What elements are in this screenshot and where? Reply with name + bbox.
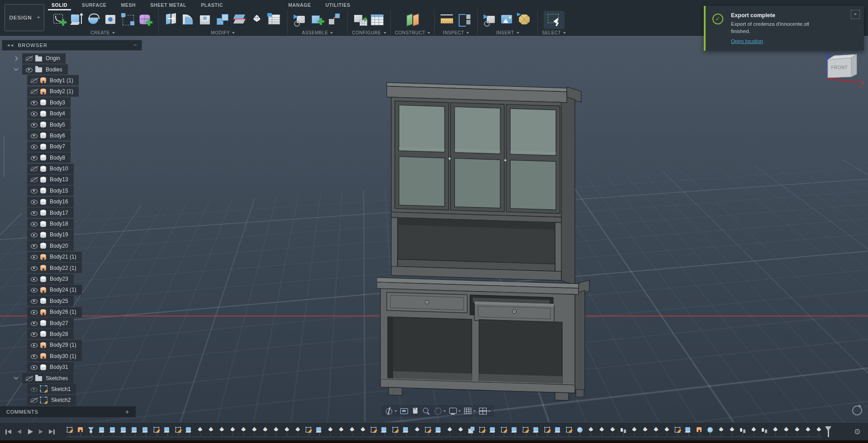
timeline-feature-move[interactable] xyxy=(783,426,790,436)
timeline-feature-move[interactable] xyxy=(272,426,280,436)
group-label-assemble[interactable]: ASSEMBLE xyxy=(302,30,333,35)
tree-item-body31[interactable]: Body31 xyxy=(2,362,142,372)
timeline-feature-sphere[interactable] xyxy=(576,426,583,436)
timeline-feature-sketch[interactable] xyxy=(565,426,573,436)
timeline-feature-sketch[interactable] xyxy=(153,426,160,436)
measure-icon[interactable] xyxy=(440,11,455,28)
timeline-feature-move[interactable] xyxy=(457,426,464,436)
collapse-panel-icon[interactable]: ◄◄ xyxy=(6,43,14,47)
insert-mesh-icon[interactable] xyxy=(517,11,532,28)
timeline-feature-move[interactable] xyxy=(587,426,594,436)
tree-item-sketch2[interactable]: Sketch2 xyxy=(2,395,142,405)
tree-item-body20[interactable]: Body20 xyxy=(2,240,142,251)
step-forward-button[interactable] xyxy=(37,428,45,435)
visibility-eye-icon[interactable] xyxy=(30,341,38,349)
minimize-panel-icon[interactable]: − xyxy=(133,43,138,47)
fit-icon[interactable] xyxy=(433,406,446,415)
tree-item-body13[interactable]: Body13 xyxy=(2,174,142,185)
timeline-feature-move[interactable] xyxy=(294,426,301,436)
visibility-eye-icon[interactable] xyxy=(30,330,38,338)
visibility-eye-icon[interactable] xyxy=(25,375,33,382)
canvas-icon[interactable] xyxy=(500,11,515,28)
timeline-feature-move[interactable] xyxy=(229,426,236,436)
new-component-icon[interactable] xyxy=(310,11,325,28)
tab-mesh[interactable]: MESH xyxy=(120,1,137,9)
visibility-eye-icon[interactable] xyxy=(30,396,38,404)
select-icon[interactable] xyxy=(544,11,564,29)
configuration-table-icon[interactable] xyxy=(370,11,385,28)
pattern-icon[interactable] xyxy=(121,11,136,28)
tree-item-body25[interactable]: Body25 xyxy=(2,296,142,306)
timeline-feature-move[interactable] xyxy=(641,426,649,436)
timeline-feature-move[interactable] xyxy=(251,426,258,436)
timeline-feature-base[interactable] xyxy=(77,426,84,436)
timeline-feature-move[interactable] xyxy=(240,426,247,436)
tree-item-body27[interactable]: Body27 xyxy=(2,317,142,328)
visibility-eye-icon[interactable] xyxy=(30,99,38,106)
browser-header[interactable]: ◄◄ BROWSER − xyxy=(2,40,142,51)
timeline-feature-sketch[interactable] xyxy=(479,426,486,436)
skip-start-button[interactable] xyxy=(5,428,12,435)
tree-item-bodies[interactable]: Bodies xyxy=(2,64,142,75)
shell-icon[interactable] xyxy=(198,11,213,28)
tree-item-body16[interactable]: Body16 xyxy=(2,196,142,207)
tree-item-body18[interactable]: Body18 xyxy=(2,218,142,229)
visibility-eye-icon[interactable] xyxy=(30,275,38,283)
visibility-eye-icon[interactable] xyxy=(30,308,38,316)
timeline-feature-sketch[interactable] xyxy=(305,426,312,436)
tree-item-body10[interactable]: Body10 xyxy=(2,163,142,174)
group-label-modify[interactable]: MODIFY xyxy=(211,30,235,35)
timeline-feature-loft[interactable] xyxy=(88,426,95,436)
look-at-icon[interactable] xyxy=(399,406,408,415)
tab-surface[interactable]: SURFACE xyxy=(81,1,107,9)
timeline-feature-extrude[interactable] xyxy=(381,426,388,436)
tab-manage[interactable]: MANAGE xyxy=(287,1,312,9)
combine-icon[interactable] xyxy=(215,11,231,28)
timeline-feature-extrude[interactable] xyxy=(142,426,149,436)
visibility-eye-icon[interactable] xyxy=(30,187,38,194)
zoom-icon[interactable] xyxy=(422,406,431,415)
timeline-feature-move[interactable] xyxy=(750,426,757,436)
timeline-feature-extrude[interactable] xyxy=(511,426,518,436)
timeline-feature-sketch[interactable] xyxy=(500,426,508,436)
timeline-feature-sphere[interactable] xyxy=(707,426,714,436)
timeline-feature-move[interactable] xyxy=(337,426,345,436)
timeline-feature-extrude[interactable] xyxy=(685,426,692,436)
visibility-eye-icon[interactable] xyxy=(30,198,38,205)
revolve-icon[interactable] xyxy=(86,11,102,28)
hole-icon[interactable] xyxy=(104,11,119,28)
tab-sheet-metal[interactable]: SHEET METAL xyxy=(149,1,187,9)
tree-item-body2-1-[interactable]: Body2 (1) xyxy=(2,86,142,97)
visibility-eye-icon[interactable] xyxy=(30,220,38,227)
configuration-icon[interactable] xyxy=(353,11,368,28)
timeline-feature-move[interactable] xyxy=(261,426,269,436)
timeline-feature-move[interactable] xyxy=(359,426,366,436)
timeline-feature-move[interactable] xyxy=(207,426,214,436)
visibility-eye-icon[interactable] xyxy=(25,66,33,73)
insert-derive-icon[interactable] xyxy=(293,11,308,28)
timeline-feature-extrude[interactable] xyxy=(555,426,562,436)
visibility-eye-icon[interactable] xyxy=(30,77,38,84)
create-sketch-icon[interactable] xyxy=(52,11,67,28)
tree-item-body7[interactable]: Body7 xyxy=(2,141,142,152)
timeline-feature-extrude[interactable] xyxy=(164,426,171,436)
tree-item-body17[interactable]: Body17 xyxy=(2,207,142,218)
create-form-icon[interactable] xyxy=(138,11,153,28)
timeline-playhead[interactable] xyxy=(825,426,832,438)
timeline-feature-extrude[interactable] xyxy=(533,426,540,436)
timeline-feature-move[interactable] xyxy=(283,426,290,436)
tree-item-body21-1-[interactable]: Body21 (1) xyxy=(2,251,142,262)
joint-icon[interactable] xyxy=(327,11,342,28)
timeline-feature-combine[interactable] xyxy=(739,426,746,436)
timeline-feature-extrude[interactable] xyxy=(109,426,117,436)
timeline-feature-combine[interactable] xyxy=(761,426,768,436)
orbit-icon[interactable] xyxy=(384,406,397,415)
timeline-feature-move[interactable] xyxy=(717,426,725,436)
timeline-feature-move[interactable] xyxy=(598,426,605,436)
grid-settings-icon[interactable] xyxy=(463,406,476,415)
tree-item-body15[interactable]: Body15 xyxy=(2,185,142,196)
tree-item-body4[interactable]: Body4 xyxy=(2,108,142,119)
tab-solid[interactable]: SOLID xyxy=(51,1,68,9)
viewcube-front-face[interactable]: FRONT xyxy=(831,65,848,70)
view-cube[interactable]: FRONT X xyxy=(820,48,865,90)
